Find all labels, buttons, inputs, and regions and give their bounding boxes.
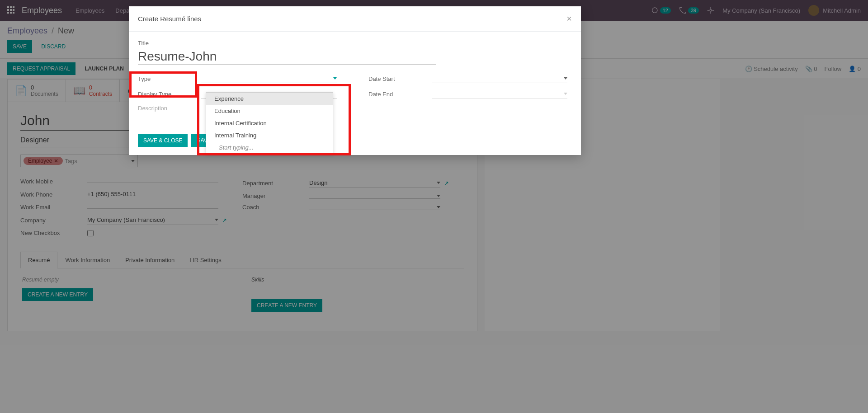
dropdown-option-education[interactable]: Education <box>206 105 333 117</box>
date-start-input[interactable] <box>432 74 567 83</box>
date-start-label: Date Start <box>368 75 432 82</box>
description-label: Description <box>138 105 201 112</box>
chevron-down-icon <box>564 77 567 80</box>
dropdown-option-experience[interactable]: Experience <box>206 93 333 105</box>
display-type-label: Display Type <box>138 91 201 98</box>
type-select[interactable] <box>201 74 337 83</box>
dropdown-hint[interactable]: Start typing... <box>206 141 333 154</box>
dropdown-option-internal-training[interactable]: Internal Training <box>206 129 333 141</box>
type-label: Type <box>138 75 201 82</box>
save-close-button[interactable]: Save & Close <box>138 134 188 147</box>
dropdown-option-internal-cert[interactable]: Internal Certification <box>206 117 333 129</box>
title-input[interactable]: Resume-John <box>138 48 436 65</box>
close-icon[interactable]: × <box>566 14 572 24</box>
title-label: Title <box>138 40 572 47</box>
chevron-down-icon <box>564 93 567 95</box>
chevron-down-icon <box>333 77 337 80</box>
type-dropdown: Experience Education Internal Certificat… <box>206 92 333 154</box>
date-end-label: Date End <box>368 91 432 98</box>
create-resume-lines-modal: Create Resumé lines × Title Resume-John … <box>129 6 581 155</box>
modal-title: Create Resumé lines <box>138 15 201 23</box>
date-end-input[interactable] <box>432 89 567 99</box>
